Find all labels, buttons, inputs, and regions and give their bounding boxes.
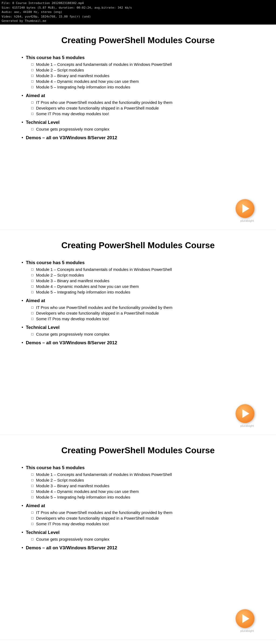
slide-1-section-4: Demos – all on V3/Windows 8/Server 2012 [22, 135, 260, 141]
slide-1-play-button[interactable] [236, 199, 254, 218]
slide-3-section-2-label: Aimed at [22, 503, 260, 509]
topbar-line5: Generated by Thumbnail.me [2, 19, 274, 23]
slide-1-section-1-item-2: Module 2 – Script modules [31, 68, 260, 72]
slide-3-section-1-item-1: Module 1 – Concepts and fundamentals of … [31, 472, 260, 477]
topbar-line2: Size: 6157240 bytes (5.87 MiB), duration… [2, 6, 274, 10]
slide-2-section-1-item-1: Module 1 – Concepts and fundamentals of … [31, 267, 260, 272]
slide-3: Creating PowerShell Modules CourseThis c… [0, 435, 276, 640]
slide-3-section-1-item-4: Module 4 – Dynamic modules and how you c… [31, 489, 260, 494]
slide-1-section-2-item-2: Developers who create functionality ship… [31, 106, 260, 110]
slide-1: Creating PowerShell Modules CourseThis c… [0, 25, 276, 230]
slide-2-section-4-label: Demos – all on V3/Windows 8/Server 2012 [22, 340, 260, 346]
slide-3-section-1-item-3: Module 3 – Binary and manifest modules [31, 483, 260, 488]
slide-1-section-1: This course has 5 modulesModule 1 – Conc… [22, 55, 260, 89]
slide-2-section-1-item-5: Module 5 – Integrating help information … [31, 290, 260, 294]
slide-1-section-2-item-3: Some IT Pros may develop modules too! [31, 111, 260, 116]
topbar-line3: Audio: aac, 44100 Hz, stereo (eng) [2, 10, 274, 15]
slide-1-section-1-item-5: Module 5 – Integrating help information … [31, 85, 260, 89]
topbar-line4: Video: h264, yuv420p, 1024x768, 15.00 fp… [2, 15, 274, 19]
slide-1-section-4-label: Demos – all on V3/Windows 8/Server 2012 [22, 135, 260, 141]
slide-3-section-2-item-2: Developers who create functionality ship… [31, 516, 260, 520]
slide-1-section-1-item-1: Module 1 – Concepts and fundamentals of … [31, 62, 260, 67]
slide-2-section-4: Demos – all on V3/Windows 8/Server 2012 [22, 340, 260, 346]
slide-2-section-3-label: Technical Level [22, 325, 260, 330]
slide-3-section-1-item-2: Module 2 – Script modules [31, 478, 260, 482]
slide-2-play-icon [242, 409, 249, 418]
slide-3-section-2-item-1: IT Pros who use PowerShell modules and t… [31, 510, 260, 515]
slide-1-content: This course has 5 modulesModule 1 – Conc… [16, 55, 260, 141]
slide-2-title: Creating PowerShell Modules Course [16, 240, 260, 250]
slide-1-title: Creating PowerShell Modules Course [16, 35, 260, 45]
slide-3-title: Creating PowerShell Modules Course [16, 445, 260, 455]
slide-3-play-button[interactable] [236, 609, 254, 628]
slide-3-section-4-label: Demos – all on V3/Windows 8/Server 2012 [22, 545, 260, 551]
slide-2-section-1-item-2: Module 2 – Script modules [31, 273, 260, 277]
top-bar: File: 0 Course Introduction 201208231803… [0, 0, 276, 25]
slide-1-section-3: Technical LevelCourse gets progressively… [22, 120, 260, 131]
slide-1-section-1-item-4: Module 4 – Dynamic modules and how you c… [31, 79, 260, 84]
slide-3-pluralsight-logo: pluralsight [240, 629, 254, 632]
slide-3-section-1-item-5: Module 5 – Integrating help information … [31, 495, 260, 499]
slide-1-play-icon [242, 204, 249, 213]
slide-2-section-3: Technical LevelCourse gets progressively… [22, 325, 260, 336]
slide-3-section-4: Demos – all on V3/Windows 8/Server 2012 [22, 545, 260, 551]
slide-3-section-3-label: Technical Level [22, 530, 260, 535]
slide-2-section-1-label: This course has 5 modules [22, 260, 260, 265]
slide-2-section-2-item-2: Developers who create functionality ship… [31, 311, 260, 315]
slide-1-section-2: Aimed atIT Pros who use PowerShell modul… [22, 93, 260, 116]
slide-1-section-1-item-3: Module 3 – Binary and manifest modules [31, 73, 260, 78]
slide-2: Creating PowerShell Modules CourseThis c… [0, 230, 276, 435]
slide-2-content: This course has 5 modulesModule 1 – Conc… [16, 260, 260, 346]
slide-1-section-2-item-1: IT Pros who use PowerShell modules and t… [31, 100, 260, 105]
slide-2-section-2-label: Aimed at [22, 298, 260, 304]
slide-2-section-1-item-3: Module 3 – Binary and manifest modules [31, 278, 260, 283]
slide-1-pluralsight-logo: pluralsight [240, 219, 254, 222]
slide-2-pluralsight-logo: pluralsight [240, 424, 254, 427]
slide-2-section-2-item-1: IT Pros who use PowerShell modules and t… [31, 305, 260, 310]
slide-2-play-button[interactable] [236, 404, 254, 423]
slide-2-section-2-item-3: Some IT Pros may develop modules too! [31, 316, 260, 321]
slides-container: Creating PowerShell Modules CourseThis c… [0, 25, 276, 640]
slide-3-section-1-label: This course has 5 modules [22, 465, 260, 471]
slide-1-section-3-item-1: Course gets progressively more complex [31, 127, 260, 131]
slide-1-section-1-label: This course has 5 modules [22, 55, 260, 60]
topbar-line1: File: 0 Course Introduction 201208231803… [2, 1, 274, 6]
slide-2-section-3-item-1: Course gets progressively more complex [31, 332, 260, 336]
slide-3-section-2-item-3: Some IT Pros may develop modules too! [31, 522, 260, 526]
slide-2-section-1: This course has 5 modulesModule 1 – Conc… [22, 260, 260, 294]
slide-1-section-3-label: Technical Level [22, 120, 260, 125]
slide-3-section-3-item-1: Course gets progressively more complex [31, 537, 260, 541]
slide-2-section-1-item-4: Module 4 – Dynamic modules and how you c… [31, 284, 260, 289]
slide-3-section-2: Aimed atIT Pros who use PowerShell modul… [22, 503, 260, 526]
slide-3-section-3: Technical LevelCourse gets progressively… [22, 530, 260, 541]
slide-3-content: This course has 5 modulesModule 1 – Conc… [16, 465, 260, 551]
slide-3-play-icon [242, 614, 249, 623]
slide-1-section-2-label: Aimed at [22, 93, 260, 98]
slide-3-section-1: This course has 5 modulesModule 1 – Conc… [22, 465, 260, 499]
slide-2-section-2: Aimed atIT Pros who use PowerShell modul… [22, 298, 260, 321]
